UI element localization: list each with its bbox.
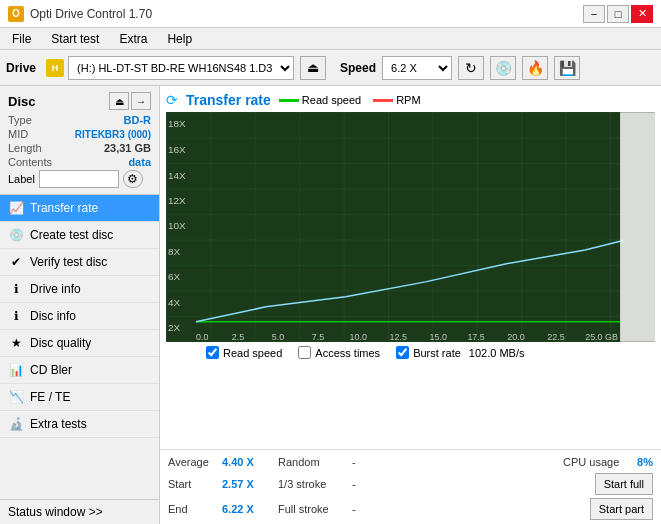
close-button[interactable]: ✕ [631, 5, 653, 23]
title-controls: − □ ✕ [583, 5, 653, 23]
nav-verify-test-disc[interactable]: ✔ Verify test disc [0, 249, 159, 276]
nav-cd-bler[interactable]: 📊 CD Bler [0, 357, 159, 384]
speed-label: Speed [340, 61, 376, 75]
chart-legend: Read speed RPM [279, 94, 421, 106]
cpu-value: 8% [637, 456, 653, 468]
length-value: 23,31 GB [104, 142, 151, 154]
start-label: Start [168, 478, 218, 490]
burn-button[interactable]: 🔥 [522, 56, 548, 80]
nav-disc-quality[interactable]: ★ Disc quality [0, 330, 159, 357]
refresh-icon: ↻ [465, 60, 477, 76]
speed-select[interactable]: 6.2 X [382, 56, 452, 80]
start-full-button[interactable]: Start full [595, 473, 653, 495]
checkbox-read-speed[interactable]: Read speed [206, 346, 282, 359]
svg-text:4X: 4X [168, 297, 181, 308]
nav-transfer-rate[interactable]: 📈 Transfer rate [0, 195, 159, 222]
random-label: Random [278, 456, 348, 468]
cpu-row: CPU usage 8% [563, 454, 653, 470]
stroke2-label: Full stroke [278, 503, 348, 515]
contents-value: data [128, 156, 151, 168]
legend-read-color [279, 99, 299, 102]
disc-button[interactable]: 💿 [490, 56, 516, 80]
svg-text:25.0 GB: 25.0 GB [585, 332, 618, 342]
legend-rpm: RPM [373, 94, 420, 106]
svg-text:10.0: 10.0 [350, 332, 367, 342]
end-value: 6.22 X [222, 503, 262, 515]
mid-value: RITEKBR3 (000) [75, 129, 151, 140]
save-button[interactable]: 💾 [554, 56, 580, 80]
sidebar: Disc ⏏ → Type BD-R MID RITEKBR3 (000) Le… [0, 86, 160, 524]
chart-checkboxes: Read speed Access times Burst rate 102.0… [166, 342, 655, 363]
menu-file[interactable]: File [4, 30, 39, 48]
stroke1-label: 1/3 stroke [278, 478, 348, 490]
start-value: 2.57 X [222, 478, 262, 490]
mid-label: MID [8, 128, 28, 140]
legend-rpm-color [373, 99, 393, 102]
menu-extra[interactable]: Extra [111, 30, 155, 48]
status-window-label: Status window >> [8, 505, 103, 519]
disc-title: Disc [8, 94, 35, 109]
drive-label: Drive [6, 61, 36, 75]
svg-text:20.0: 20.0 [507, 332, 524, 342]
svg-text:6X: 6X [168, 271, 181, 282]
menu-start-test[interactable]: Start test [43, 30, 107, 48]
svg-rect-0 [166, 112, 655, 342]
nav-extra-tests[interactable]: 🔬 Extra tests [0, 411, 159, 438]
random-row: Random - [278, 454, 356, 470]
start-part-button[interactable]: Start part [590, 498, 653, 520]
legend-rpm-label: RPM [396, 94, 420, 106]
nav-items: 📈 Transfer rate 💿 Create test disc ✔ Ver… [0, 195, 159, 438]
disc-header: Disc ⏏ → [8, 92, 151, 110]
menu-bar: File Start test Extra Help [0, 28, 661, 50]
toolbar: Drive H (H:) HL-DT-ST BD-RE WH16NS48 1.D… [0, 50, 661, 86]
extra-tests-icon: 🔬 [8, 416, 24, 432]
nav-drive-info-label: Drive info [30, 282, 81, 296]
disc-arrow-btn[interactable]: → [131, 92, 151, 110]
menu-help[interactable]: Help [159, 30, 200, 48]
title-bar-left: O Opti Drive Control 1.70 [8, 6, 152, 22]
svg-rect-21 [620, 112, 655, 342]
svg-text:10X: 10X [168, 220, 186, 231]
disc-label-row: Label ⚙ [8, 170, 151, 188]
length-label: Length [8, 142, 42, 154]
contents-label: Contents [8, 156, 52, 168]
status-window-btn[interactable]: Status window >> [0, 499, 159, 524]
eject-button[interactable]: ⏏ [300, 56, 326, 80]
save-icon: 💾 [559, 60, 576, 76]
nav-create-test-disc[interactable]: 💿 Create test disc [0, 222, 159, 249]
disc-icon: 💿 [495, 60, 512, 76]
burst-rate-checkbox[interactable] [396, 346, 409, 359]
access-times-label: Access times [315, 347, 380, 359]
minimize-button[interactable]: − [583, 5, 605, 23]
drive-info-icon: ℹ [8, 281, 24, 297]
cd-bler-icon: 📊 [8, 362, 24, 378]
burn-icon: 🔥 [527, 60, 544, 76]
checkbox-access-times[interactable]: Access times [298, 346, 380, 359]
end-label: End [168, 503, 218, 515]
cpu-label: CPU usage [563, 456, 633, 468]
label-input[interactable] [39, 170, 119, 188]
app-icon: O [8, 6, 24, 22]
disc-eject-btn[interactable]: ⏏ [109, 92, 129, 110]
chart-container: ⟳ Transfer rate Read speed RPM [160, 86, 661, 449]
drive-select[interactable]: (H:) HL-DT-ST BD-RE WH16NS48 1.D3 [68, 56, 294, 80]
nav-disc-info[interactable]: ℹ Disc info [0, 303, 159, 330]
stats-area: Average 4.40 X Random - CPU usage 8% Sta… [160, 449, 661, 524]
right-panel: ⟳ Transfer rate Read speed RPM [160, 86, 661, 524]
svg-text:15.0: 15.0 [429, 332, 446, 342]
svg-text:2X: 2X [168, 322, 181, 333]
checkbox-burst-rate[interactable]: Burst rate 102.0 MB/s [396, 346, 524, 359]
access-times-checkbox[interactable] [298, 346, 311, 359]
nav-disc-info-label: Disc info [30, 309, 76, 323]
nav-fe-te[interactable]: 📉 FE / TE [0, 384, 159, 411]
stroke1-value: - [352, 478, 356, 490]
nav-create-test-disc-label: Create test disc [30, 228, 113, 242]
svg-text:8X: 8X [168, 246, 181, 257]
maximize-button[interactable]: □ [607, 5, 629, 23]
label-action-btn[interactable]: ⚙ [123, 170, 143, 188]
type-label: Type [8, 114, 32, 126]
read-speed-checkbox[interactable] [206, 346, 219, 359]
nav-drive-info[interactable]: ℹ Drive info [0, 276, 159, 303]
refresh-button[interactable]: ↻ [458, 56, 484, 80]
svg-text:22.5: 22.5 [547, 332, 564, 342]
